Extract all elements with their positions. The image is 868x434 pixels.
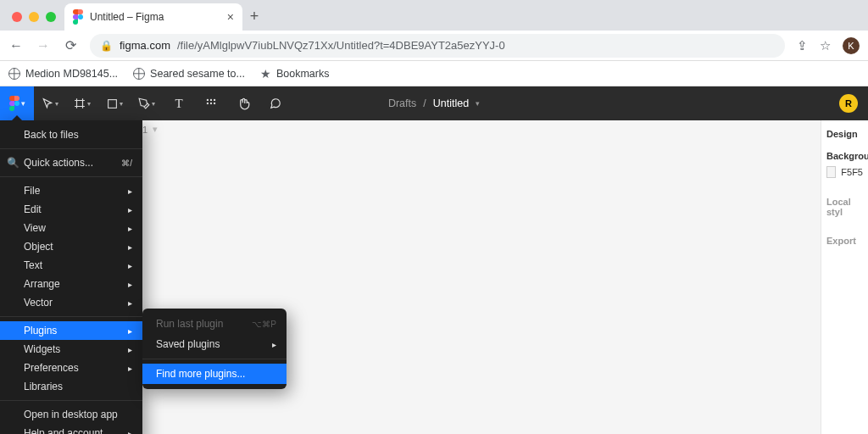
submenu-saved-plugins[interactable]: Saved plugins ▸ bbox=[142, 334, 287, 354]
chevron-down-icon: ▾ bbox=[87, 100, 91, 108]
text-tool[interactable]: T bbox=[163, 86, 195, 120]
export-section[interactable]: Export bbox=[826, 236, 863, 246]
comment-icon bbox=[270, 97, 281, 109]
svg-point-2 bbox=[210, 99, 212, 101]
chevron-down-icon: ▾ bbox=[120, 100, 123, 108]
frame-tool[interactable]: ▾ bbox=[66, 86, 98, 120]
hand-icon bbox=[237, 97, 250, 110]
text-icon: T bbox=[175, 97, 182, 111]
browser-tab-strip: Untitled – Figma × + bbox=[0, 0, 868, 31]
star-icon: ★ bbox=[260, 67, 271, 81]
menu-widgets[interactable]: Widgets▸ bbox=[0, 340, 142, 359]
breadcrumb[interactable]: Drafts / Untitled ▾ bbox=[388, 97, 480, 109]
svg-rect-0 bbox=[108, 99, 116, 108]
color-swatch-icon bbox=[826, 166, 836, 178]
chevron-right-icon: ▸ bbox=[128, 224, 132, 233]
menu-back-to-files[interactable]: Back to files bbox=[0, 125, 142, 144]
layers-panel-peek: 1▾ bbox=[142, 124, 158, 135]
menu-preferences[interactable]: Preferences▸ bbox=[0, 359, 142, 377]
bookmark-item[interactable]: Medion MD98145... bbox=[8, 68, 118, 80]
bookmark-star-icon[interactable]: ☆ bbox=[820, 38, 831, 53]
bookmark-item[interactable]: Seared sesame to... bbox=[133, 68, 245, 80]
main-menu-dropdown: Back to files 🔍 Quick actions... ⌘/ File… bbox=[0, 120, 142, 434]
design-tab[interactable]: Design bbox=[826, 129, 863, 139]
background-swatch[interactable]: F5F5 bbox=[826, 166, 863, 178]
svg-point-1 bbox=[207, 99, 209, 101]
globe-icon bbox=[133, 68, 145, 80]
resources-tool[interactable] bbox=[195, 86, 227, 120]
new-tab-button[interactable]: + bbox=[242, 8, 266, 31]
search-icon: 🔍 bbox=[7, 157, 19, 169]
bookmark-item[interactable]: ★Bookmarks bbox=[260, 67, 330, 81]
rectangle-icon bbox=[107, 98, 118, 109]
lock-icon: 🔒 bbox=[100, 40, 113, 52]
chevron-right-icon: ▸ bbox=[128, 364, 132, 373]
background-label: Backgrou bbox=[826, 151, 863, 161]
move-tool[interactable]: ▾ bbox=[34, 86, 66, 120]
browser-tab-active[interactable]: Untitled – Figma × bbox=[64, 3, 242, 31]
menu-edit[interactable]: Edit▸ bbox=[0, 200, 142, 219]
breadcrumb-parent: Drafts bbox=[388, 97, 416, 109]
maximize-window-dot[interactable] bbox=[46, 12, 56, 22]
chevron-right-icon: ▸ bbox=[128, 261, 132, 270]
back-icon[interactable]: ← bbox=[8, 38, 24, 53]
chevron-down-icon: ▾ bbox=[55, 100, 58, 108]
menu-object[interactable]: Object▸ bbox=[0, 237, 142, 256]
menu-plugins[interactable]: Plugins▸ bbox=[0, 321, 142, 340]
chevron-down-icon: ▾ bbox=[21, 99, 25, 108]
close-window-dot[interactable] bbox=[12, 12, 22, 22]
menu-pointer-icon bbox=[12, 115, 22, 120]
submenu-find-more-plugins[interactable]: Find more plugins... bbox=[142, 364, 287, 384]
menu-view[interactable]: View▸ bbox=[0, 219, 142, 237]
menu-text[interactable]: Text▸ bbox=[0, 256, 142, 275]
menu-libraries[interactable]: Libraries bbox=[0, 377, 142, 396]
submenu-run-last-plugin: Run last plugin ⌥⌘P bbox=[142, 314, 287, 334]
close-tab-icon[interactable]: × bbox=[227, 10, 234, 24]
user-avatar[interactable]: R bbox=[839, 94, 858, 113]
window-traffic-lights bbox=[7, 12, 64, 31]
local-styles-section[interactable]: Local styl bbox=[826, 197, 863, 217]
shape-tool[interactable]: ▾ bbox=[98, 86, 131, 120]
chevron-down-icon: ▾ bbox=[152, 100, 155, 108]
canvas-area[interactable]: 1▾ Design Backgrou F5F5 Local styl Expor… bbox=[0, 120, 868, 434]
cursor-icon bbox=[42, 97, 53, 109]
chevron-right-icon: ▸ bbox=[128, 280, 132, 289]
chevron-right-icon: ▸ bbox=[272, 340, 276, 349]
pen-icon bbox=[138, 97, 150, 109]
forward-icon[interactable]: → bbox=[36, 38, 51, 53]
menu-open-desktop[interactable]: Open in desktop app bbox=[0, 405, 142, 424]
breadcrumb-project: Untitled bbox=[433, 97, 469, 109]
chevron-right-icon: ▸ bbox=[128, 242, 132, 252]
chevron-right-icon: ▸ bbox=[128, 326, 132, 336]
chevron-right-icon: ▸ bbox=[128, 205, 132, 214]
url-field[interactable]: 🔒 figma.com/file/yAMlglpwV7iubLNVQz71Xx/… bbox=[90, 34, 785, 58]
bookmarks-bar: Medion MD98145... Seared sesame to... ★B… bbox=[0, 61, 868, 86]
svg-point-6 bbox=[214, 103, 215, 104]
menu-help-account[interactable]: Help and account▸ bbox=[0, 424, 142, 434]
figma-favicon-icon bbox=[73, 9, 83, 25]
svg-point-3 bbox=[214, 99, 215, 101]
browser-address-bar: ← → ⟳ 🔒 figma.com/file/yAMlglpwV7iubLNVQ… bbox=[0, 31, 868, 61]
minimize-window-dot[interactable] bbox=[29, 12, 39, 22]
svg-point-5 bbox=[210, 103, 212, 104]
hand-tool[interactable] bbox=[227, 86, 259, 120]
menu-file[interactable]: File▸ bbox=[0, 181, 142, 200]
figma-toolbar: ▾ ▾ ▾ ▾ ▾ T Drafts / Untitled bbox=[0, 86, 868, 120]
tab-title: Untitled – Figma bbox=[90, 11, 164, 23]
menu-quick-actions[interactable]: 🔍 Quick actions... ⌘/ bbox=[0, 153, 142, 172]
globe-icon bbox=[8, 68, 20, 80]
menu-vector[interactable]: Vector▸ bbox=[0, 293, 142, 312]
plugins-submenu: Run last plugin ⌥⌘P Saved plugins ▸ Find… bbox=[142, 309, 287, 389]
comment-tool[interactable] bbox=[259, 86, 292, 120]
design-panel: Design Backgrou F5F5 Local styl Export bbox=[821, 120, 868, 434]
share-icon[interactable]: ⇪ bbox=[797, 38, 808, 53]
reload-icon[interactable]: ⟳ bbox=[63, 37, 78, 53]
pen-tool[interactable]: ▾ bbox=[131, 86, 163, 120]
chevron-right-icon: ▸ bbox=[128, 298, 132, 308]
frame-icon bbox=[74, 97, 86, 109]
chevron-down-icon: ▾ bbox=[476, 99, 480, 108]
svg-point-4 bbox=[207, 103, 209, 104]
menu-arrange[interactable]: Arrange▸ bbox=[0, 275, 142, 293]
chevron-right-icon: ▸ bbox=[128, 429, 132, 435]
browser-profile-avatar[interactable]: K bbox=[843, 37, 860, 54]
